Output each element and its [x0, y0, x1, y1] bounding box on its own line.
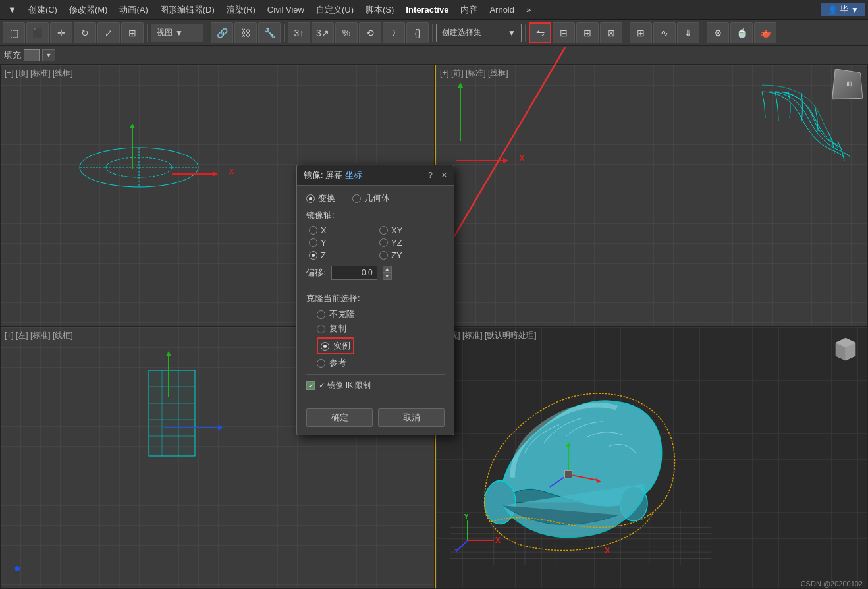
clone-none-row: 不克隆: [306, 308, 445, 320]
offset-row: 偏移: ▲ ▼: [306, 266, 445, 280]
tb-render[interactable]: 🍵: [730, 22, 753, 43]
radio-z-label: Z: [321, 250, 326, 260]
mirror-ik-label: ✓ 镜像 IK 限制: [319, 380, 371, 391]
viewport-front[interactable]: [+] [前] [标准] [线框] 前: [435, 65, 868, 327]
tb-unlink[interactable]: ⛓: [234, 22, 257, 43]
tb-bind-spacewarp[interactable]: 🔧: [258, 22, 281, 43]
tb-align2[interactable]: ⊞: [576, 22, 599, 43]
tb-schematic[interactable]: ⇓: [677, 22, 699, 43]
menu-graph-editor[interactable]: 图形编辑器(D): [155, 3, 220, 17]
offset-spinner-up[interactable]: ▲: [383, 266, 392, 273]
radio-x[interactable]: [309, 226, 317, 235]
menu-civil-view[interactable]: Civil View: [262, 3, 310, 16]
dialog-title-link[interactable]: 坐标: [345, 170, 362, 180]
tb-select-region[interactable]: ⬚: [3, 22, 25, 43]
radio-yz-label: YZ: [391, 238, 402, 248]
tb-move[interactable]: ✛: [50, 22, 72, 43]
svg-marker-20: [166, 351, 171, 356]
mirror-ik-checkbox[interactable]: ✓: [306, 381, 315, 390]
tb-transform-type1[interactable]: 3↑: [288, 22, 310, 43]
tb-custom-pivot[interactable]: {}: [406, 22, 429, 43]
menu-customize[interactable]: 自定义(U): [311, 3, 359, 17]
radio-transform[interactable]: [306, 194, 315, 203]
dialog-help-btn[interactable]: ？: [426, 169, 435, 181]
radio-geometry-label: 几何体: [364, 192, 390, 204]
menu-arnold[interactable]: Arnold: [484, 3, 520, 16]
tb-align[interactable]: ⊟: [553, 22, 575, 43]
tb-view-dropdown[interactable]: 视图 ▼: [151, 24, 203, 42]
mirror-ik-row: ✓ ✓ 镜像 IK 限制: [306, 380, 445, 391]
tb-transform-type4[interactable]: ⟲: [359, 22, 381, 43]
obj-cylinder-top: [73, 141, 205, 194]
fill-dropdown-btn[interactable]: ▼: [42, 49, 55, 61]
tb-mirror-btn[interactable]: ⇋: [529, 22, 551, 43]
tb-sep4: [432, 24, 433, 42]
radio-y[interactable]: [309, 238, 317, 247]
tb-render2[interactable]: 🫖: [754, 22, 776, 43]
watermark-text: CSDN @20200102: [801, 580, 863, 588]
axis-y-arrow-top: [128, 118, 137, 173]
menu-modifier[interactable]: 修改器(M): [64, 3, 113, 17]
radio-clone-instance[interactable]: [321, 342, 329, 351]
tb-transform-type2[interactable]: 3↗: [312, 22, 334, 43]
radio-clone-none[interactable]: [317, 310, 325, 319]
radio-geometry[interactable]: [352, 194, 361, 203]
radio-transform-label: 变换: [318, 192, 335, 204]
menu-bar: ▼ 创建(C) 修改器(M) 动画(A) 图形编辑器(D) 渲染(R) Civi…: [0, 0, 868, 20]
mirror-dialog: 镜像: 屏幕 坐标 ？ × 变换 几何体 镜像轴: X: [296, 165, 454, 435]
axis-z-left: [164, 423, 230, 434]
svg-line-54: [458, 540, 468, 550]
user-button[interactable]: 👤 毕 ▼: [821, 3, 865, 16]
radio-y-wrapper: Y: [309, 238, 374, 248]
radio-clone-reference[interactable]: [317, 359, 325, 368]
mirror-axis-label: 镜像轴:: [306, 210, 445, 221]
menu-interactive[interactable]: Interactive: [400, 3, 454, 16]
tb-rotate[interactable]: ↻: [74, 22, 96, 43]
tb-scale[interactable]: ⤢: [97, 22, 120, 43]
menu-content[interactable]: 内容: [455, 3, 483, 17]
menu-script[interactable]: 脚本(S): [360, 3, 399, 17]
radio-z[interactable]: [309, 251, 317, 260]
axis-x-arrow-top: X: [172, 169, 225, 181]
axis-y-left: [164, 347, 173, 402]
status-bar: CSDN @20200102: [796, 578, 868, 589]
tb-align3[interactable]: ⊠: [600, 22, 622, 43]
offset-input[interactable]: [331, 266, 377, 280]
radio-yz[interactable]: [379, 238, 388, 247]
menu-create[interactable]: 创建(C): [23, 3, 63, 17]
nav-cube-front[interactable]: 前: [834, 69, 863, 98]
viewport-perspective[interactable]: [透视] [标准] [默认明暗处理]: [435, 327, 868, 589]
menu-render[interactable]: 渲染(R): [221, 3, 261, 17]
radio-zy[interactable]: [379, 251, 388, 260]
menu-more[interactable]: »: [521, 3, 536, 16]
transform-geometry-row: 变换 几何体: [306, 192, 445, 204]
svg-marker-22: [218, 425, 223, 430]
fill-color-swatch[interactable]: [24, 49, 40, 61]
offset-spinner-down[interactable]: ▼: [383, 273, 392, 280]
tb-place[interactable]: ⊞: [121, 22, 144, 43]
dialog-footer: 确定 取消: [297, 403, 454, 435]
dialog-ok-btn[interactable]: 确定: [306, 408, 373, 427]
nav-cube-persp[interactable]: [829, 333, 862, 366]
tb-transform-type3[interactable]: %: [335, 22, 358, 43]
clone-reference-row: 参考: [306, 357, 445, 369]
tb-select-obj[interactable]: ⬛: [26, 22, 49, 43]
tb-sep7: [703, 24, 703, 42]
tb-curve-editor[interactable]: ∿: [653, 22, 676, 43]
fill-bar: 填充 ▼: [0, 46, 868, 65]
radio-xy[interactable]: [379, 226, 388, 235]
menu-animation[interactable]: 动画(A): [114, 3, 153, 17]
tb-select-link[interactable]: 🔗: [211, 22, 233, 43]
app-menu-btn[interactable]: ▼: [3, 3, 22, 16]
axis-radio-group: X XY Y YZ Z ZY: [306, 225, 445, 260]
tb-transform-type5[interactable]: ⤸: [383, 22, 405, 43]
radio-clone-copy[interactable]: [317, 325, 325, 333]
tb-sep2: [207, 24, 207, 42]
fill-label: 填充: [4, 49, 21, 61]
dialog-cancel-btn[interactable]: 取消: [378, 408, 445, 427]
dialog-close-btn[interactable]: ×: [441, 170, 447, 181]
tb-render-setup[interactable]: ⚙: [707, 22, 729, 43]
clone-instance-row: 实例: [306, 337, 445, 354]
tb-grid[interactable]: ⊞: [630, 22, 652, 43]
tb-create-select-dropdown[interactable]: 创建选择集 ▼: [436, 24, 522, 42]
